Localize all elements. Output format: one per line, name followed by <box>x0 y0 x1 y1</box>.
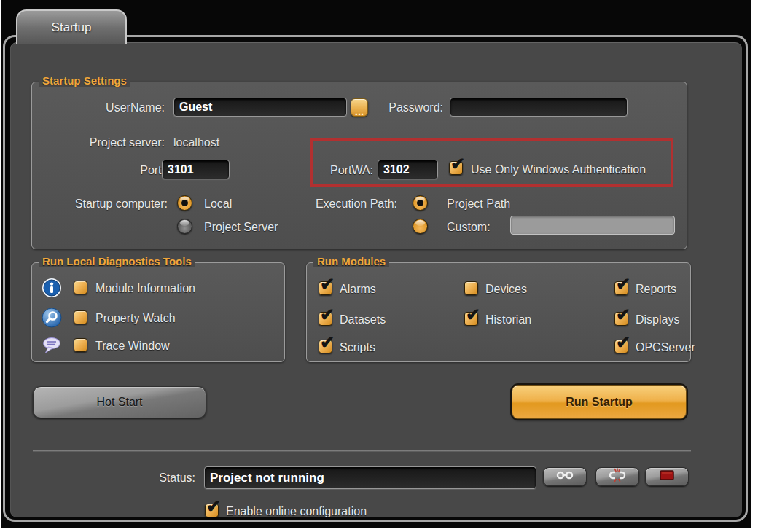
application-window: Startup Startup Settings UserName: ... P… <box>0 0 758 532</box>
trace-window-icon <box>42 335 62 356</box>
checkbox-property-watch[interactable] <box>74 310 87 324</box>
windows-auth-label: Use Only Windows Authentication <box>471 163 646 176</box>
checkbox-scripts[interactable]: ✔ <box>319 340 332 353</box>
checkbox-alarms[interactable]: ✔ <box>319 281 332 295</box>
checkbox-reports[interactable]: ✔ <box>614 281 628 295</box>
hot-start-button[interactable]: Hot Start <box>33 386 206 418</box>
radio-local[interactable] <box>177 195 192 211</box>
radio-project-path[interactable] <box>413 195 428 211</box>
checkbox-historian[interactable]: ✔ <box>464 312 478 326</box>
connect-button[interactable] <box>543 467 587 486</box>
port-label: Port: <box>48 164 165 177</box>
scripts-label: Scripts <box>340 341 375 354</box>
datasets-label: Datasets <box>340 313 386 326</box>
run-startup-button[interactable]: Run Startup <box>512 385 687 419</box>
project-server-label: Project server: <box>48 136 165 149</box>
hot-start-label: Hot Start <box>96 396 142 409</box>
execution-path-label: Execution Path: <box>288 197 397 211</box>
portwa-input[interactable] <box>378 160 438 179</box>
displays-label: Displays <box>636 313 679 326</box>
checkbox-datasets[interactable]: ✔ <box>319 312 332 326</box>
alarms-label: Alarms <box>340 283 376 296</box>
run-startup-label: Run Startup <box>566 396 633 409</box>
enable-online-config-checkbox[interactable]: ✔ <box>205 504 219 517</box>
divider-line <box>33 450 691 452</box>
project-server-value: localhost <box>173 136 219 149</box>
status-input[interactable] <box>204 466 536 489</box>
radio-custom-label: Custom: <box>447 221 491 234</box>
port-input[interactable] <box>162 160 230 179</box>
startup-settings-title: Startup Settings <box>39 74 130 87</box>
username-label: UserName: <box>48 101 165 114</box>
radio-project-path-label: Project Path <box>447 197 510 211</box>
devices-label: Devices <box>485 283 527 296</box>
stop-icon <box>660 470 674 483</box>
portwa-label: PortWA: <box>286 164 373 177</box>
checkbox-module-information[interactable] <box>74 281 87 294</box>
module-information-label: Module Information <box>95 282 195 295</box>
password-input[interactable] <box>450 98 628 117</box>
property-watch-icon <box>42 308 62 328</box>
windows-auth-checkbox[interactable]: ✔ <box>449 161 463 175</box>
property-watch-label: Property Watch <box>95 312 176 325</box>
startup-computer-label: Startup computer: <box>36 197 168 211</box>
opcserver-label: OPCServer <box>636 341 695 354</box>
info-icon <box>42 278 62 298</box>
connect-link-icon <box>555 470 574 483</box>
enable-online-config-label: Enable online configuration <box>226 505 367 518</box>
diagnostics-title: Run Local Diagnostics Tools <box>39 255 195 267</box>
disconnect-broken-link-icon <box>607 468 628 485</box>
tab-startup-label: Startup <box>52 20 92 35</box>
radio-custom[interactable] <box>413 219 428 234</box>
checkbox-trace-window[interactable] <box>74 338 87 352</box>
checkbox-displays[interactable]: ✔ <box>614 312 628 326</box>
disconnect-button[interactable] <box>595 467 639 486</box>
reports-label: Reports <box>636 283 676 296</box>
historian-label: Historian <box>485 313 531 326</box>
status-label: Status: <box>135 472 195 485</box>
checkbox-devices[interactable] <box>464 281 478 295</box>
username-input[interactable] <box>173 98 347 117</box>
custom-path-input <box>510 216 675 235</box>
run-modules-title: Run Modules <box>313 255 389 267</box>
trace-window-label: Trace Window <box>95 340 170 353</box>
stop-button[interactable] <box>645 467 689 486</box>
password-label: Password: <box>348 101 443 114</box>
radio-local-label: Local <box>204 197 232 211</box>
checkbox-opcserver[interactable]: ✔ <box>614 340 628 353</box>
radio-project-server[interactable] <box>177 219 192 234</box>
radio-project-server-label: Project Server <box>204 221 278 234</box>
tab-startup[interactable]: Startup <box>16 9 127 44</box>
